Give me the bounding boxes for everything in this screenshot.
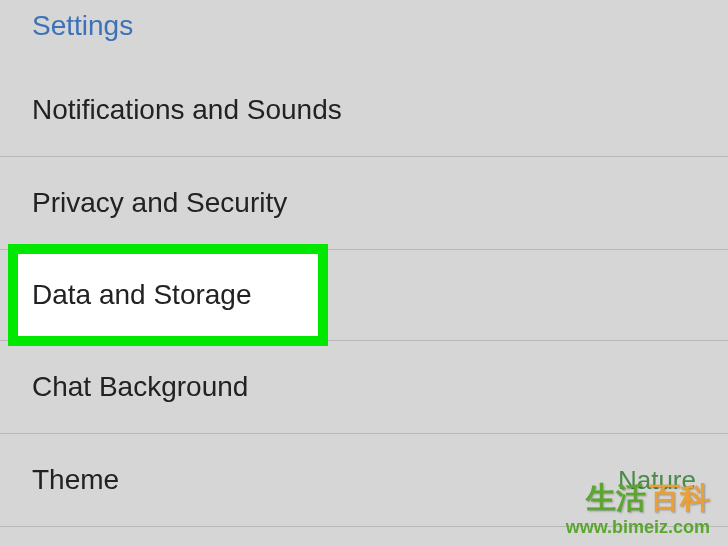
settings-item-label: Theme: [32, 464, 119, 496]
settings-item-notifications[interactable]: Notifications and Sounds: [0, 64, 728, 157]
watermark-cn-part1: 生活: [586, 478, 646, 519]
settings-item-label: Privacy and Security: [32, 187, 287, 218]
settings-item-label: Notifications and Sounds: [32, 94, 342, 125]
settings-item-data-storage[interactable]: Data and Storage: [8, 244, 328, 346]
settings-item-label: Data and Storage: [32, 279, 252, 311]
watermark-url: www.bimeiz.com: [566, 517, 710, 538]
settings-list: Notifications and Sounds Privacy and Sec…: [0, 64, 728, 527]
settings-item-label: Chat Background: [32, 371, 248, 402]
settings-item-data-storage-wrapper: Data and Storage: [0, 250, 728, 341]
watermark-text: 生活 百科: [566, 478, 710, 519]
watermark-cn-part2: 百科: [650, 478, 710, 519]
watermark: 生活 百科 www.bimeiz.com: [566, 478, 710, 538]
settings-item-privacy[interactable]: Privacy and Security: [0, 157, 728, 250]
settings-section-header: Settings: [0, 0, 728, 64]
settings-item-chat-background[interactable]: Chat Background: [0, 341, 728, 434]
